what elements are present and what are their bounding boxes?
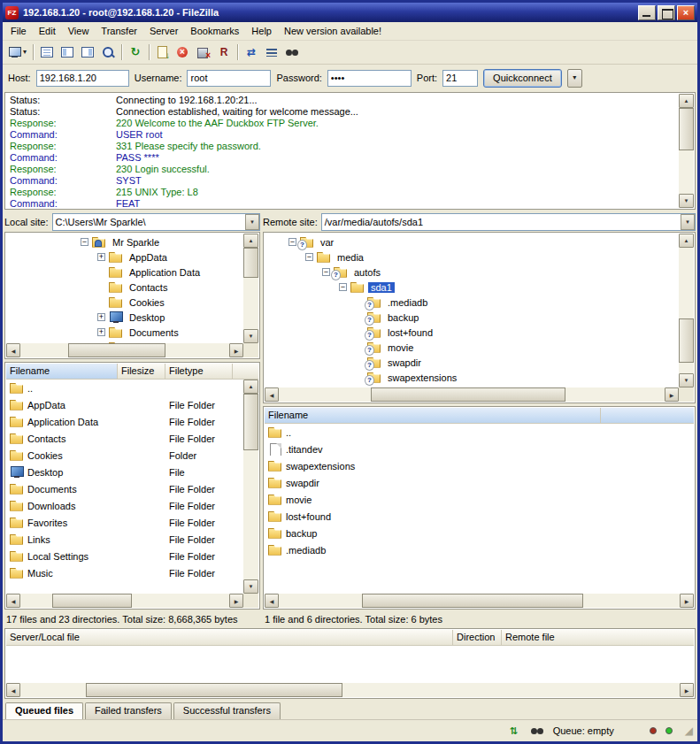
scrollbar-thumb[interactable] — [243, 394, 258, 450]
local-site-combo[interactable]: C:\Users\Mr Sparkle\ ▼ — [52, 213, 260, 231]
resize-grip[interactable]: ◢ — [685, 725, 693, 737]
column-header-filename[interactable]: Filename — [6, 364, 118, 380]
scrollbar-thumb[interactable] — [679, 108, 694, 150]
chevron-down-icon[interactable]: ▼ — [245, 214, 259, 230]
expander-icon[interactable] — [322, 268, 330, 276]
toggle-queue-button[interactable] — [98, 42, 118, 62]
disconnect-button[interactable] — [194, 42, 213, 62]
password-input[interactable] — [327, 70, 412, 87]
column-header-remote-file[interactable]: Remote file — [502, 630, 694, 646]
cancel-button[interactable] — [173, 42, 193, 62]
tree-item[interactable]: swapdir — [265, 355, 679, 370]
close-button[interactable]: × — [677, 5, 695, 20]
tree-item[interactable]: Application Data — [6, 265, 243, 280]
scroll-right-icon[interactable]: ▶ — [229, 594, 243, 608]
tree-item[interactable]: Mr Sparkle — [6, 234, 243, 249]
scroll-right-icon[interactable]: ▶ — [680, 594, 694, 608]
chevron-down-icon[interactable]: ▼ — [681, 214, 695, 230]
file-row[interactable]: .. — [265, 424, 694, 441]
scroll-left-icon[interactable]: ◀ — [265, 594, 279, 608]
column-header-direction[interactable]: Direction — [453, 630, 502, 646]
scrollbar-thumb[interactable] — [371, 387, 565, 402]
scrollbar-thumb[interactable] — [679, 318, 694, 363]
expander-icon[interactable] — [97, 328, 105, 336]
file-row[interactable]: .mediadb — [265, 541, 694, 558]
scroll-left-icon[interactable]: ◀ — [6, 594, 20, 608]
tab-queued-files[interactable]: Queued files — [5, 702, 83, 719]
menu-file[interactable]: File — [4, 23, 33, 39]
column-header-local-file[interactable]: Server/Local file — [6, 630, 453, 646]
minimize-button[interactable] — [638, 5, 656, 20]
find-files-button[interactable] — [282, 42, 302, 62]
scroll-left-icon[interactable]: ◀ — [6, 343, 20, 357]
horizontal-scrollbar[interactable]: ◀ ▶ — [6, 343, 243, 357]
tree-item[interactable]: autofs — [265, 265, 679, 280]
scroll-left-icon[interactable]: ◀ — [265, 387, 279, 402]
column-header-filesize[interactable]: Filesize — [118, 364, 165, 380]
file-row[interactable]: LinksFile Folder — [6, 531, 243, 548]
quickconnect-dropdown-button[interactable]: ▾ — [567, 69, 582, 88]
scroll-up-icon[interactable]: ▲ — [243, 380, 258, 394]
menu-new-version[interactable]: New version available! — [278, 23, 388, 39]
tab-successful-transfers[interactable]: Successful transfers — [173, 702, 281, 719]
file-row[interactable]: DesktopFile — [6, 464, 243, 480]
horizontal-scrollbar[interactable]: ◀ ▶ — [265, 387, 679, 402]
menu-bookmarks[interactable]: Bookmarks — [184, 23, 245, 39]
scroll-down-icon[interactable]: ▼ — [679, 194, 694, 208]
quickconnect-button[interactable]: Quickconnect — [483, 69, 562, 88]
tree-item[interactable]: lost+found — [265, 325, 679, 340]
menu-view[interactable]: View — [62, 23, 96, 39]
menu-help[interactable]: Help — [245, 23, 278, 39]
toggle-local-tree-button[interactable] — [58, 42, 77, 62]
file-row[interactable]: swapextensions — [265, 457, 694, 474]
file-row[interactable]: DownloadsFile Folder — [6, 497, 243, 514]
expander-icon[interactable] — [288, 238, 296, 246]
scrollbar-thumb[interactable] — [243, 248, 258, 278]
scroll-down-icon[interactable]: ▼ — [679, 373, 694, 387]
menu-edit[interactable]: Edit — [33, 23, 62, 39]
tree-item[interactable]: sda1 — [265, 280, 679, 295]
vertical-scrollbar[interactable]: ▲ ▼ — [679, 234, 694, 387]
title-bar[interactable]: FZ 192.168.1.20 - root@192.168.1.20 - Fi… — [3, 3, 697, 22]
expander-icon[interactable] — [305, 253, 313, 261]
tab-failed-transfers[interactable]: Failed transfers — [85, 702, 172, 719]
scroll-down-icon[interactable]: ▼ — [243, 329, 258, 343]
process-queue-button[interactable] — [153, 42, 173, 62]
speed-limits-icon[interactable] — [507, 725, 521, 737]
file-row[interactable]: FavoritesFile Folder — [6, 514, 243, 531]
remote-site-combo[interactable]: /var/media/autofs/sda1 ▼ — [321, 213, 696, 231]
file-row[interactable]: AppDataFile Folder — [6, 396, 243, 413]
scrollbar-thumb[interactable] — [86, 683, 342, 697]
tree-item[interactable]: backup — [265, 310, 679, 325]
horizontal-scrollbar[interactable]: ◀ ▶ — [265, 594, 694, 608]
scroll-up-icon[interactable]: ▲ — [679, 94, 694, 108]
toggle-message-log-button[interactable] — [37, 42, 57, 62]
expander-icon[interactable] — [81, 238, 88, 246]
menu-transfer[interactable]: Transfer — [95, 23, 143, 39]
tree-item[interactable]: swapextensions — [265, 370, 679, 385]
scroll-left-icon[interactable]: ◀ — [6, 683, 20, 697]
vertical-scrollbar[interactable]: ▲ ▼ — [243, 234, 258, 343]
file-row[interactable]: Local SettingsFile Folder — [6, 548, 243, 564]
maximize-button[interactable] — [658, 5, 675, 20]
scrollbar-thumb[interactable] — [52, 594, 132, 608]
tree-item[interactable]: Documents — [6, 325, 243, 340]
synchronized-browsing-button[interactable] — [262, 42, 281, 62]
scroll-right-icon[interactable]: ▶ — [229, 343, 243, 357]
file-row[interactable]: lost+found — [265, 508, 694, 525]
scroll-right-icon[interactable]: ▶ — [665, 387, 679, 402]
file-row[interactable]: backup — [265, 525, 694, 541]
file-row[interactable]: movie — [265, 491, 694, 508]
vertical-scrollbar[interactable]: ▲ ▼ — [679, 94, 694, 208]
host-input[interactable] — [36, 70, 129, 87]
scroll-up-icon[interactable]: ▲ — [243, 234, 258, 248]
tree-item[interactable]: Contacts — [6, 280, 243, 295]
tree-item[interactable]: Cookies — [6, 295, 243, 310]
scroll-up-icon[interactable]: ▲ — [679, 234, 694, 248]
tree-item[interactable]: movie — [265, 340, 679, 355]
expander-icon[interactable] — [97, 253, 105, 261]
scroll-down-icon[interactable]: ▼ — [243, 579, 258, 594]
tree-item[interactable]: .mediadb — [265, 295, 679, 310]
tree-item[interactable]: AppData — [6, 249, 243, 265]
scrollbar-thumb[interactable] — [68, 343, 165, 357]
